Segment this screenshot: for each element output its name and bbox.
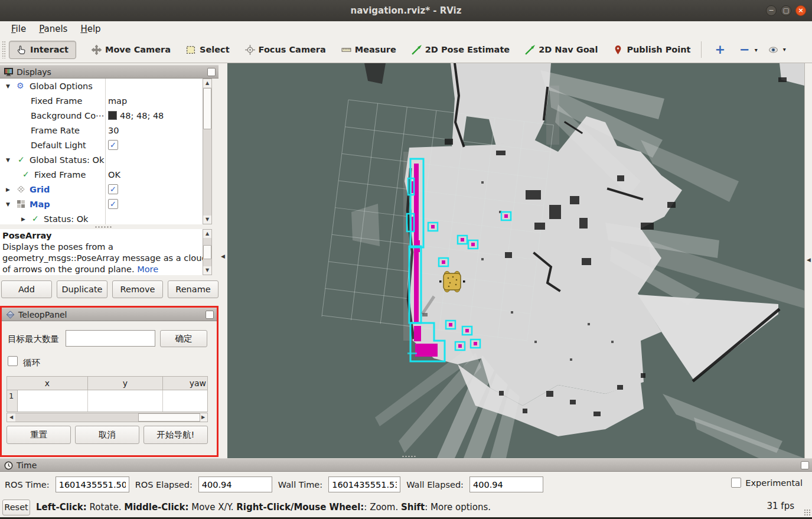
tree-row-global-options[interactable]: ▼ ⚙ Global Options xyxy=(0,79,211,93)
loop-checkbox[interactable] xyxy=(8,356,18,366)
chevron-down-icon[interactable]: ▾ xyxy=(755,47,758,53)
add-button[interactable]: Add xyxy=(1,280,52,298)
ros-elapsed-input[interactable] xyxy=(198,476,272,492)
displays-tree[interactable]: ▼ ⚙ Global Options Fixed Frame map Backg… xyxy=(0,79,211,224)
column-header-x[interactable]: x xyxy=(7,377,88,390)
table-header-row: x y yaw xyxy=(6,376,208,390)
tree-row-global-status[interactable]: ▼ ✓ Global Status: Ok xyxy=(0,152,211,167)
start-navigation-button[interactable]: 开始导航! xyxy=(144,426,208,444)
panel-float-button[interactable] xyxy=(206,311,214,319)
experimental-checkbox[interactable] xyxy=(731,478,741,488)
checkbox-checked[interactable]: ✓ xyxy=(108,140,118,150)
zoom-out-button[interactable]: − ▾ xyxy=(739,44,758,56)
tree-row-fixed-frame-status[interactable]: ✓ Fixed Frame OK xyxy=(0,167,211,182)
cancel-button[interactable]: 取消 xyxy=(75,426,139,444)
column-header-y[interactable]: y xyxy=(88,377,163,390)
expander-icon[interactable]: ▼ xyxy=(6,201,12,207)
description-title: PoseArray xyxy=(2,231,51,240)
expander-icon[interactable]: ▼ xyxy=(6,83,12,89)
scrollbar-thumb[interactable] xyxy=(203,88,211,129)
panel-float-button[interactable] xyxy=(801,461,809,469)
tree-value[interactable]: 48; 48; 48 xyxy=(108,111,164,120)
map-render xyxy=(227,63,804,458)
panel-splitter[interactable]: ◀ xyxy=(219,63,227,458)
wall-time-input[interactable] xyxy=(328,476,400,492)
tree-row-grid[interactable]: ▶ Grid ✓ xyxy=(0,182,211,197)
splitter-handle[interactable] xyxy=(402,455,417,458)
tool-2d-pose-estimate[interactable]: 2D Pose Estimate xyxy=(412,41,510,58)
tool-interact[interactable]: Interact xyxy=(9,41,76,59)
scroll-down-icon[interactable]: ▼ xyxy=(203,216,211,224)
tool-label: Select xyxy=(200,45,230,54)
scroll-down-icon[interactable]: ▼ xyxy=(203,266,211,275)
teleop-actions: 重置 取消 开始导航! xyxy=(6,426,208,444)
remove-button[interactable]: Remove xyxy=(112,280,163,298)
menu-file[interactable]: File xyxy=(6,22,31,35)
tool-publish-point[interactable]: Publish Point xyxy=(613,41,690,58)
title-bar[interactable]: navigation.rviz* - RViz − ▢ × xyxy=(0,0,812,21)
displays-panel-header[interactable]: Displays xyxy=(0,65,219,79)
tree-value[interactable]: map xyxy=(108,96,127,106)
collapse-panel-icon[interactable]: ◀ xyxy=(221,253,225,259)
menu-panels[interactable]: Panels xyxy=(34,22,73,35)
scroll-right-icon[interactable]: ▶ xyxy=(199,413,207,422)
menu-help[interactable]: Help xyxy=(75,22,106,35)
camera-visibility-button[interactable]: ▾ xyxy=(768,45,786,55)
description-scrollbar[interactable]: ▲ ▼ xyxy=(203,229,212,275)
toolbar: Interact Move Camera Select Focus Camera xyxy=(0,37,812,63)
time-fields: ROS Time: ROS Elapsed: Wall Time: Wall E… xyxy=(5,476,543,492)
scroll-up-icon[interactable]: ▲ xyxy=(203,230,211,238)
cell-x[interactable] xyxy=(18,390,88,412)
tree-row-default-light[interactable]: Default Light ✓ xyxy=(0,138,211,152)
reset-goals-button[interactable]: 重置 xyxy=(6,426,71,444)
render-viewport[interactable] xyxy=(227,63,804,458)
duplicate-button[interactable]: Duplicate xyxy=(57,280,107,298)
scrollbar-thumb[interactable] xyxy=(203,245,211,259)
maximize-button[interactable]: ▢ xyxy=(781,5,791,16)
panel-float-button[interactable] xyxy=(207,68,216,76)
checkbox-checked[interactable]: ✓ xyxy=(108,184,118,194)
teleop-panel: TeleopPanel 目标最大数量 确定 循环 x y yaw 1 xyxy=(0,306,219,457)
cell-yaw[interactable] xyxy=(163,390,207,412)
expander-icon[interactable]: ▶ xyxy=(21,216,27,222)
scrollbar-thumb[interactable] xyxy=(138,413,200,422)
column-header-yaw[interactable]: yaw xyxy=(163,377,207,390)
tool-2d-nav-goal[interactable]: 2D Nav Goal xyxy=(525,41,598,58)
scroll-left-icon[interactable]: ◀ xyxy=(7,413,15,422)
chevron-down-icon[interactable]: ▾ xyxy=(783,46,786,53)
reset-button[interactable]: Reset xyxy=(2,500,30,515)
cell-y[interactable] xyxy=(88,390,163,412)
right-panel-splitter[interactable]: ◀ xyxy=(804,63,812,458)
close-button[interactable]: × xyxy=(795,5,806,16)
tree-row-fixed-frame[interactable]: Fixed Frame map xyxy=(0,93,211,108)
table-h-scrollbar[interactable]: ◀ ▶ xyxy=(6,413,208,422)
displays-tree-scrollbar[interactable]: ▲ ▼ xyxy=(203,79,212,224)
teleop-panel-header[interactable]: TeleopPanel xyxy=(2,308,217,321)
collapse-panel-icon[interactable]: ◀ xyxy=(807,257,811,263)
resize-grip[interactable] xyxy=(804,509,811,516)
ros-time-input[interactable] xyxy=(56,476,129,492)
tool-select[interactable]: Select xyxy=(186,41,230,58)
diamond-icon xyxy=(6,311,15,319)
max-goals-input[interactable] xyxy=(66,330,155,347)
splitter-handle[interactable] xyxy=(94,226,112,229)
tree-row-frame-rate[interactable]: Frame Rate 30 xyxy=(0,123,211,138)
toolbar-drag-handle[interactable] xyxy=(2,41,6,58)
rename-button[interactable]: Rename xyxy=(168,280,219,298)
tool-measure[interactable]: Measure xyxy=(341,41,396,58)
expander-icon[interactable]: ▼ xyxy=(6,157,12,163)
minimize-button[interactable]: − xyxy=(766,5,777,16)
time-panel-header[interactable]: Time xyxy=(0,458,812,472)
wall-elapsed-input[interactable] xyxy=(469,476,543,492)
tool-focus-camera[interactable]: Focus Camera xyxy=(245,41,326,58)
expander-icon[interactable]: ▶ xyxy=(6,187,12,192)
zoom-in-button[interactable]: + xyxy=(715,44,725,56)
scroll-up-icon[interactable]: ▲ xyxy=(203,79,211,87)
tree-row-map-status[interactable]: ▶ ✓ Status: Ok xyxy=(0,211,211,224)
confirm-button[interactable]: 确定 xyxy=(160,330,207,347)
tool-move-camera[interactable]: Move Camera xyxy=(92,41,171,58)
tree-value[interactable]: 30 xyxy=(108,126,119,135)
tree-row-background-color[interactable]: Background Co⋯ 48; 48; 48 xyxy=(0,108,211,123)
checkbox-checked[interactable]: ✓ xyxy=(108,199,118,209)
tree-row-map[interactable]: ▼ Map ✓ xyxy=(0,197,211,211)
